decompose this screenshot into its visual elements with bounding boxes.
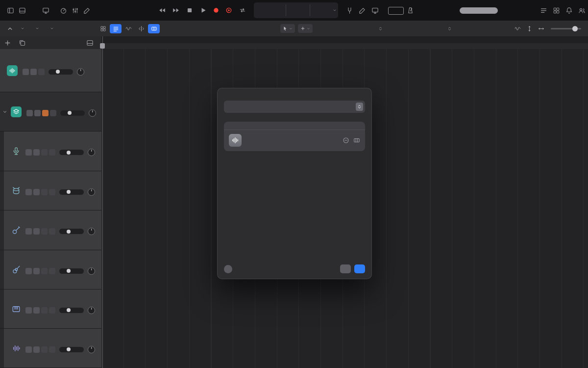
cycle-button[interactable]	[237, 5, 248, 16]
volume-slider-thumb[interactable]	[67, 230, 71, 234]
browser-icon[interactable]	[551, 5, 562, 16]
volume-slider-thumb[interactable]	[67, 308, 71, 312]
track-m-button[interactable]	[25, 307, 32, 314]
track-i-button[interactable]	[49, 307, 55, 314]
monitor-small-icon[interactable]	[369, 5, 380, 16]
track-m-button[interactable]	[25, 346, 32, 353]
pan-knob[interactable]	[88, 228, 95, 235]
submix-row[interactable]	[229, 134, 360, 147]
track-r-button[interactable]	[38, 69, 45, 75]
track-s-button[interactable]	[34, 110, 41, 116]
track-m-button[interactable]	[23, 69, 29, 75]
track-header-new-stems[interactable]	[0, 92, 101, 131]
track-i-button[interactable]	[49, 346, 55, 353]
track-r-button[interactable]	[41, 228, 48, 235]
volume-slider-thumb[interactable]	[67, 151, 71, 155]
track-header-guitar[interactable]	[0, 250, 101, 289]
count-in-badge[interactable]	[388, 7, 404, 15]
pencil-circle-icon[interactable]	[357, 5, 368, 16]
track-i-button[interactable]	[49, 228, 55, 235]
library-toggle-icon[interactable]	[5, 5, 16, 16]
track-r-button[interactable]	[42, 110, 49, 116]
track-s-button[interactable]	[33, 149, 40, 156]
help-button[interactable]	[224, 265, 232, 273]
track-m-button[interactable]	[25, 189, 32, 195]
rewind-button[interactable]	[157, 5, 168, 16]
volume-slider-thumb[interactable]	[67, 347, 71, 351]
volume-slider[interactable]	[60, 110, 85, 116]
stop-button[interactable]	[184, 5, 195, 16]
track-i-button[interactable]	[49, 268, 55, 274]
track-header-other[interactable]	[0, 329, 101, 368]
track-m-button[interactable]	[26, 110, 33, 116]
collaboration-icon[interactable]	[576, 5, 587, 16]
track-r-button[interactable]	[41, 268, 48, 274]
lcd-chevron-icon[interactable]	[331, 2, 338, 18]
track-header-bass[interactable]	[0, 210, 101, 250]
track-s-button[interactable]	[33, 346, 40, 353]
preset-stepper-icon[interactable]	[356, 103, 363, 111]
track-i-button[interactable]	[49, 149, 55, 156]
lcd-display[interactable]	[254, 2, 338, 18]
pan-knob[interactable]	[88, 188, 95, 196]
command-click-tool-menu[interactable]	[298, 24, 313, 33]
track-r-button[interactable]	[41, 189, 48, 195]
track-s-button[interactable]	[33, 189, 40, 195]
waveform-zoom-icon[interactable]	[513, 24, 522, 33]
bar-ruler[interactable]	[101, 36, 588, 44]
zoom-slider-thumb[interactable]	[572, 26, 578, 31]
metronome-icon[interactable]	[405, 5, 416, 16]
snap-popup[interactable]	[373, 26, 383, 31]
track-r-button[interactable]	[41, 346, 48, 353]
track-r-button[interactable]	[41, 149, 48, 156]
mixer-sliders-icon[interactable]	[70, 5, 80, 16]
volume-slider[interactable]	[59, 268, 84, 274]
volume-slider-thumb[interactable]	[67, 269, 71, 273]
track-s-button[interactable]	[33, 268, 40, 274]
vertical-zoom-icon[interactable]	[524, 24, 534, 33]
volume-slider[interactable]	[59, 308, 84, 313]
menu-edit[interactable]	[19, 26, 24, 30]
volume-slider[interactable]	[59, 189, 84, 195]
pan-knob[interactable]	[88, 149, 95, 156]
editor-toggle-icon[interactable]	[17, 5, 27, 16]
volume-slider[interactable]	[49, 69, 73, 75]
add-track-icon[interactable]	[2, 37, 13, 48]
apply-button[interactable]	[354, 264, 365, 273]
pan-knob[interactable]	[88, 267, 95, 275]
quick-help-icon[interactable]	[28, 5, 39, 16]
track-lanes-view-icon[interactable]	[110, 24, 122, 33]
menu-view[interactable]	[48, 26, 54, 30]
chevron-up-icon[interactable]	[4, 24, 16, 33]
volume-slider-thumb[interactable]	[68, 111, 72, 115]
remove-circle-icon[interactable]	[343, 137, 349, 144]
preset-popup[interactable]	[224, 101, 365, 113]
volume-slider-thumb[interactable]	[67, 190, 71, 194]
horizontal-zoom-icon[interactable]	[536, 24, 546, 33]
menu-functions[interactable]	[33, 26, 39, 30]
duplicate-track-icon[interactable]	[17, 37, 27, 48]
track-m-button[interactable]	[25, 268, 32, 274]
track-m-button[interactable]	[25, 228, 32, 235]
volume-slider[interactable]	[59, 229, 84, 234]
pan-knob[interactable]	[77, 68, 84, 76]
pan-knob[interactable]	[89, 109, 96, 117]
volume-slider[interactable]	[59, 347, 84, 352]
track-m-button[interactable]	[25, 149, 32, 156]
track-header-piano[interactable]	[0, 289, 101, 329]
cancel-button[interactable]	[340, 264, 351, 273]
track-s-button[interactable]	[33, 307, 40, 314]
dial-icon[interactable]	[58, 5, 69, 16]
pointer-tool-menu[interactable]	[280, 24, 295, 33]
grid-view-icon[interactable]	[97, 24, 109, 33]
capture-recording-button[interactable]	[223, 5, 234, 16]
display-icon[interactable]	[40, 5, 51, 16]
track-header-original-audio[interactable]	[0, 49, 101, 92]
flex-view-icon[interactable]	[135, 24, 147, 33]
pencil-icon[interactable]	[81, 5, 92, 16]
pan-knob[interactable]	[88, 307, 95, 314]
keyboard-icon[interactable]	[353, 137, 360, 144]
disclosure-chevron-icon[interactable]	[2, 109, 7, 114]
track-i-button[interactable]	[49, 189, 55, 195]
playhead-handle[interactable]	[100, 43, 105, 49]
